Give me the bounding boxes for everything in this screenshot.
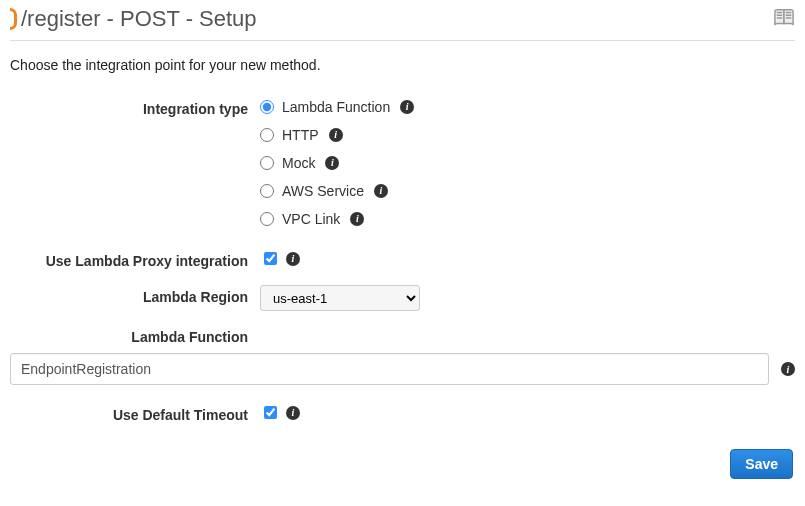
input-lambda-function[interactable] xyxy=(10,353,769,385)
row-function-label: Lambda Function xyxy=(10,325,795,347)
radio-input-aws[interactable] xyxy=(260,184,274,198)
checkbox-proxy[interactable] xyxy=(264,252,277,265)
radio-label-http: HTTP xyxy=(282,125,319,145)
label-function: Lambda Function xyxy=(10,325,260,347)
radio-http[interactable]: HTTP i xyxy=(260,125,414,145)
radio-input-lambda[interactable] xyxy=(260,100,274,114)
info-icon[interactable]: i xyxy=(781,362,795,376)
radio-label-aws: AWS Service xyxy=(282,181,364,201)
label-timeout: Use Default Timeout xyxy=(10,403,260,425)
radio-input-vpc[interactable] xyxy=(260,212,274,226)
radio-vpc-link[interactable]: VPC Link i xyxy=(260,209,414,229)
info-icon[interactable]: i xyxy=(325,156,339,170)
info-icon[interactable]: i xyxy=(286,406,300,420)
radio-label-mock: Mock xyxy=(282,153,315,173)
page-description: Choose the integration point for your ne… xyxy=(10,57,795,73)
row-region: Lambda Region us-east-1 xyxy=(10,285,795,311)
actions-bar: Save xyxy=(10,449,795,479)
radio-label-vpc: VPC Link xyxy=(282,209,340,229)
select-lambda-region[interactable]: us-east-1 xyxy=(260,285,420,311)
radio-aws-service[interactable]: AWS Service i xyxy=(260,181,414,201)
radio-group-integration-type: Lambda Function i HTTP i Mock i AWS Serv… xyxy=(260,97,414,229)
radio-label-lambda: Lambda Function xyxy=(282,97,390,117)
page-title: /register - POST - Setup xyxy=(10,6,257,32)
info-icon[interactable]: i xyxy=(400,100,414,114)
row-timeout: Use Default Timeout i xyxy=(10,403,795,425)
info-icon[interactable]: i xyxy=(286,252,300,266)
radio-lambda-function[interactable]: Lambda Function i xyxy=(260,97,414,117)
book-icon[interactable] xyxy=(773,8,795,31)
info-icon[interactable]: i xyxy=(350,212,364,226)
label-integration-type: Integration type xyxy=(10,97,260,119)
radio-input-http[interactable] xyxy=(260,128,274,142)
row-proxy: Use Lambda Proxy integration i xyxy=(10,249,795,271)
info-icon[interactable]: i xyxy=(329,128,343,142)
method-arc-icon xyxy=(10,8,17,30)
title-text: /register - POST - Setup xyxy=(21,6,257,32)
row-function-input: i xyxy=(10,353,795,385)
row-integration-type: Integration type Lambda Function i HTTP … xyxy=(10,97,795,229)
checkbox-timeout[interactable] xyxy=(264,406,277,419)
radio-input-mock[interactable] xyxy=(260,156,274,170)
info-icon[interactable]: i xyxy=(374,184,388,198)
save-button[interactable]: Save xyxy=(730,449,793,479)
radio-mock[interactable]: Mock i xyxy=(260,153,414,173)
page-header: /register - POST - Setup xyxy=(10,0,795,41)
label-region: Lambda Region xyxy=(10,285,260,307)
label-proxy: Use Lambda Proxy integration xyxy=(10,249,260,271)
